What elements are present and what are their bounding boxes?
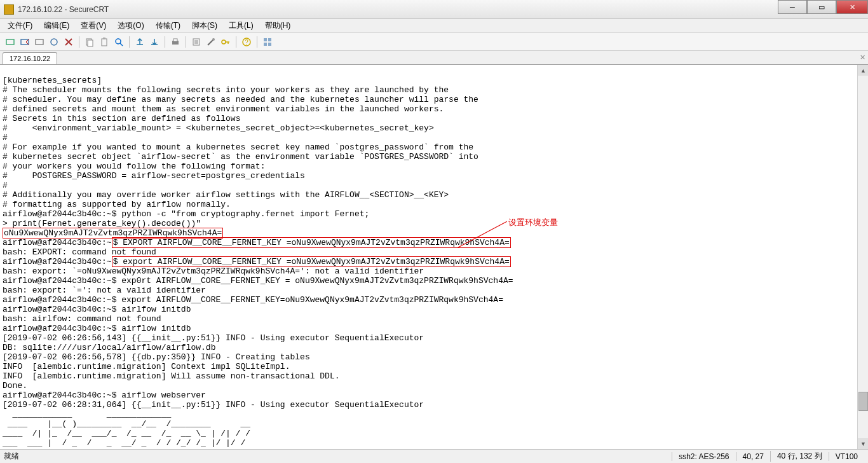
line: [kubernetes_secrets] — [3, 76, 102, 85]
line: _/_/ |_/_/ /_/ /_/ /_/ \____/____/|__/ — [3, 448, 240, 449]
key-icon[interactable] — [219, 36, 232, 48]
line: bash: airlfow: command not found — [3, 314, 161, 324]
settings-icon[interactable] — [205, 36, 217, 48]
reconnect-icon[interactable] — [48, 36, 60, 48]
menu-transfer[interactable]: 传输(T) — [151, 19, 186, 32]
paste-icon[interactable] — [98, 36, 111, 48]
app-icon — [4, 4, 14, 15]
line: airflow@af2044c3b40c:~$ exp0rt AIRFLOW__… — [3, 276, 513, 286]
line: Done. — [3, 381, 27, 390]
transfer-recv-icon[interactable] — [148, 36, 161, 48]
separator — [79, 36, 79, 48]
line: airflow@af2044c3b40c:~$ airlfow initdb — [3, 305, 191, 314]
status-encryption: ssh2: AES-256 — [672, 452, 735, 461]
menu-view[interactable]: 查看(V) — [76, 19, 111, 32]
svg-rect-6 — [102, 39, 107, 46]
scroll-down-icon[interactable]: ▼ — [858, 438, 868, 449]
menu-options[interactable]: 选项(O) — [112, 19, 149, 32]
line: airflow@af2044c3b40c:~$ python -c "from … — [3, 209, 369, 219]
line: > print(Fernet.generate_key().decode())" — [3, 219, 201, 228]
line: airflow@af2044c3b40c:~$ EXPORT AIRFLOW__… — [3, 237, 511, 248]
separator — [129, 36, 130, 48]
vertical-scrollbar[interactable]: ▲ ▼ — [857, 65, 868, 449]
separator — [165, 36, 165, 48]
menu-file[interactable]: 文件(F) — [3, 19, 37, 32]
svg-rect-2 — [36, 39, 43, 45]
svg-point-3 — [51, 39, 57, 45]
separator — [186, 36, 186, 48]
highlighted-cmd: $ export AIRFLOW__CORE__FERNET_KEY =oNu9… — [112, 256, 511, 267]
svg-rect-18 — [264, 43, 267, 46]
print-icon[interactable] — [169, 36, 182, 48]
maximize-button[interactable]: ▭ — [807, 0, 836, 14]
toolbar: ? — [0, 33, 868, 51]
tile-icon[interactable] — [261, 36, 274, 48]
line: bash: EXPORT: command not found — [3, 247, 156, 257]
line: # The scheduler mounts the following sec… — [3, 85, 449, 95]
tabbar: 172.16.10.22 — [0, 51, 868, 65]
line: airflow@af2044c3b40c:~$ export AIRFLOW__… — [3, 295, 503, 305]
transfer-send-icon[interactable] — [133, 36, 146, 48]
line: ____________ _____________ — [3, 410, 171, 419]
find-icon[interactable] — [112, 36, 125, 48]
svg-point-12 — [212, 38, 215, 41]
terminal-output[interactable]: [kubernetes_secrets] # The scheduler mou… — [0, 65, 868, 449]
quick-connect-icon[interactable] — [18, 36, 31, 48]
line: airflow@af2044c3b40c:~$ airflow webserve… — [3, 390, 206, 400]
minimize-button[interactable]: ─ — [778, 0, 807, 14]
svg-text:?: ? — [245, 39, 248, 46]
line: # Additionally you may override worker a… — [3, 190, 449, 200]
properties-icon[interactable] — [190, 36, 203, 48]
help-icon[interactable]: ? — [240, 36, 253, 48]
status-ready: 就绪 — [4, 451, 672, 462]
svg-point-8 — [116, 39, 121, 44]
svg-rect-10 — [173, 39, 177, 41]
copy-icon[interactable] — [83, 36, 96, 48]
svg-point-13 — [222, 40, 226, 44]
svg-rect-17 — [268, 38, 271, 41]
line: [2019-07-02 06:26:56,143] {{__init__.py:… — [3, 333, 424, 343]
line: # For example if you wanted to mount a k… — [3, 142, 473, 152]
menu-script[interactable]: 脚本(S) — [187, 19, 222, 32]
tab-close-icon[interactable]: ✕ — [858, 53, 867, 62]
separator — [257, 36, 257, 48]
connect-icon[interactable] — [4, 36, 17, 48]
line: # <environment_variable_mount> = <kubern… — [3, 123, 434, 133]
session-tab[interactable]: 172.16.10.22 — [3, 52, 57, 64]
line: bash: export: `=oNu9XwewQNyx9mAJT2vZvtm3… — [3, 266, 424, 276]
line: # Secrets in this section are defined as… — [3, 114, 240, 123]
titlebar: 172.16.10.22 - SecureCRT ─ ▭ ✕ — [0, 0, 868, 19]
menubar: 文件(F) 编辑(E) 查看(V) 选项(O) 传输(T) 脚本(S) 工具(L… — [0, 19, 868, 33]
menu-tools[interactable]: 工具(L) — [224, 19, 259, 32]
window-title: 172.16.10.22 - SecureCRT — [18, 5, 778, 14]
line: # POSTGRES_PASSWORD = airflow-secret=pos… — [3, 171, 305, 181]
line: # your workers you would follow the foll… — [3, 162, 265, 171]
line: ___ ___ | / _ / _ __/ _ / / /_/ /_ |/ |/… — [3, 438, 245, 448]
window-controls: ─ ▭ ✕ — [778, 0, 868, 18]
line: DB: sqlite:////usr/local/airflow/airflow… — [3, 343, 215, 352]
line: bash: export: `=': not a valid identifie… — [3, 286, 206, 295]
menu-edit[interactable]: 编辑(E) — [39, 19, 74, 32]
line: ____ |__( )_________ __/__ /________ __ — [3, 419, 250, 429]
highlighted-cmd: $ EXPORT AIRFLOW__CORE__FERNET_KEY =oNu9… — [112, 237, 511, 248]
menu-help[interactable]: 帮助(H) — [260, 19, 296, 32]
line: # formatting as supported by airflow nor… — [3, 200, 231, 209]
connect-sftp-icon[interactable] — [33, 36, 46, 48]
close-button[interactable]: ✕ — [836, 0, 868, 14]
disconnect-icon[interactable] — [62, 36, 75, 48]
line: INFO [alembic.runtime.migration] Will as… — [3, 371, 340, 381]
scroll-up-icon[interactable]: ▲ — [858, 65, 868, 76]
scroll-thumb[interactable] — [858, 392, 868, 411]
line: INFO [alembic.runtime.migration] Context… — [3, 362, 290, 371]
separator — [236, 36, 236, 48]
line: [2019-07-02 06:28:31,064] {{__init__.py:… — [3, 400, 424, 410]
line: # — [3, 181, 8, 190]
statusbar: 就绪 ssh2: AES-256 40, 27 40 行, 132 列 VT10… — [0, 449, 868, 463]
status-terminal-type: VT100 — [829, 452, 864, 461]
svg-rect-16 — [264, 38, 267, 41]
svg-rect-0 — [6, 39, 14, 45]
line: # — [3, 133, 8, 142]
line: airflow@af2044c3b40c:~$ export AIRFLOW__… — [3, 256, 511, 267]
line: [2019-07-02 06:26:56,578] {{db.py:350}} … — [3, 352, 310, 362]
svg-rect-7 — [103, 38, 105, 39]
